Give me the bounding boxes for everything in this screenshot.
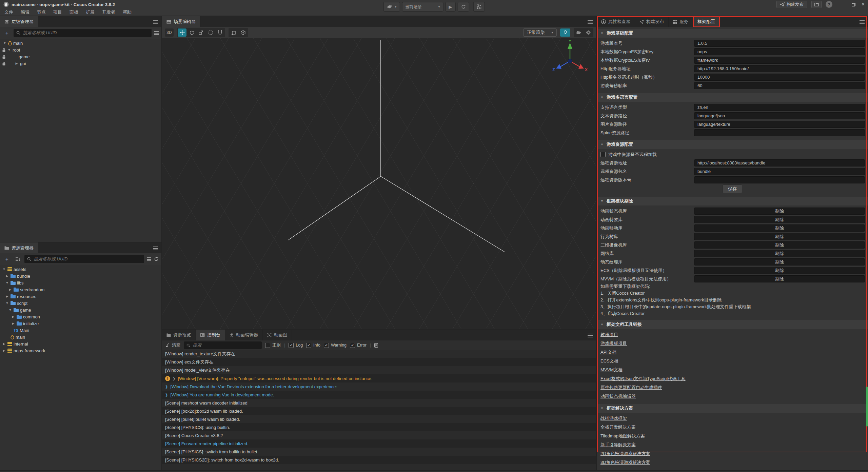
- scene-select-dropdown[interactable]: 当前场景 ▾: [402, 2, 443, 12]
- log-row[interactable]: [Scene] [PHYSICS]: switch from builtin t…: [162, 448, 596, 456]
- add-node-button[interactable]: ＋: [3, 29, 11, 37]
- expand-right-icon[interactable]: ▶: [8, 288, 12, 291]
- tree-node-main[interactable]: ▼ main: [0, 40, 161, 46]
- crypto-iv-input[interactable]: framework: [694, 57, 865, 64]
- clear-console-button[interactable]: 清空: [165, 342, 180, 348]
- expand-right-icon[interactable]: ▶: [11, 315, 15, 318]
- expand-down-icon[interactable]: ▼: [5, 301, 9, 305]
- tab-asset-preview[interactable]: 资源预览: [162, 330, 196, 340]
- section-header[interactable]: ▼游戏多语言配置: [597, 93, 868, 102]
- orientation-gizmo[interactable]: Y X Z: [551, 40, 589, 77]
- expand-right-icon[interactable]: ▶: [2, 349, 6, 352]
- solution-link-2d-rpg[interactable]: 2D角色扮演游戏解决方案: [600, 451, 650, 457]
- menu-node[interactable]: 节点: [33, 9, 50, 15]
- panel-menu-icon[interactable]: [588, 333, 593, 338]
- tree-node-bundle[interactable]: ▶ bundle: [0, 273, 161, 279]
- remote-version-input[interactable]: [694, 176, 865, 183]
- coordinate-toggle-button[interactable]: [239, 28, 248, 37]
- tree-node-libs[interactable]: ▼ libs: [0, 279, 161, 286]
- section-header[interactable]: ▼框架模块剔除: [597, 197, 868, 205]
- filter-error-toggle[interactable]: ✓ Error: [350, 343, 367, 348]
- maximize-button[interactable]: [852, 3, 855, 6]
- tab-framework-config[interactable]: 框架配置: [693, 16, 720, 27]
- text-path-input[interactable]: language/json: [694, 112, 865, 119]
- tree-node-game-folder[interactable]: ▼ game: [0, 307, 161, 313]
- tab-hierarchy[interactable]: 层级管理器: [0, 16, 38, 27]
- log-file-icon[interactable]: [374, 343, 378, 348]
- expand-down-icon[interactable]: ▼: [8, 308, 12, 312]
- collapse-icon[interactable]: ▼: [600, 143, 604, 146]
- tree-node-internal[interactable]: ▶ internal: [0, 340, 161, 347]
- game-version-input[interactable]: 1.0.5: [694, 40, 865, 47]
- tree-node-script[interactable]: ▼ script: [0, 300, 161, 307]
- tab-console[interactable]: 控制台: [196, 330, 225, 340]
- tree-node-game[interactable]: game: [0, 53, 161, 60]
- open-project-folder-button[interactable]: [811, 1, 822, 8]
- texture-path-input[interactable]: language/texture: [694, 121, 865, 128]
- platform-select-button[interactable]: ▾: [383, 2, 400, 12]
- preview-device-button[interactable]: [473, 2, 485, 12]
- tree-node-main-scene[interactable]: main: [0, 334, 161, 340]
- expand-down-icon[interactable]: ▼: [5, 281, 9, 284]
- menu-extension[interactable]: 扩展: [82, 9, 98, 15]
- tree-node-oops-framework[interactable]: ▶ oops-framework: [0, 347, 161, 354]
- collapse-icon[interactable]: ▼: [600, 32, 604, 35]
- tree-node-seedrandom[interactable]: ▶ seedrandom: [0, 286, 161, 293]
- tab-inspector[interactable]: 属性检查器: [597, 16, 635, 27]
- tree-node-main-ts[interactable]: TS Main: [0, 327, 161, 334]
- expand-right-icon[interactable]: ▶: [5, 295, 9, 298]
- menu-panel[interactable]: 面板: [66, 9, 82, 15]
- section-header[interactable]: ▼游戏资源配置: [597, 140, 868, 149]
- log-row-info[interactable]: [Scene] Forward render pipeline initiali…: [162, 439, 596, 448]
- tab-assets[interactable]: 资源管理器: [0, 242, 38, 253]
- solution-link-fullstack[interactable]: 全栈开发解决方案: [600, 424, 636, 430]
- expand-right-icon[interactable]: ▶: [2, 342, 6, 346]
- expand-down-icon[interactable]: ▼: [3, 41, 7, 45]
- rotate-tool-button[interactable]: [187, 28, 196, 37]
- tab-build-publish[interactable]: 构建发布: [635, 16, 669, 27]
- ui-anchor-tool-button[interactable]: [216, 28, 224, 37]
- doc-link-hotupdate-plugin[interactable]: 原生包热更新配置自动生成插件: [600, 385, 662, 391]
- filter-icon[interactable]: [154, 31, 159, 35]
- log-row-info[interactable]: ❯ [Window] Download the Vue Devtools ext…: [162, 382, 596, 391]
- expand-right-icon[interactable]: ❯: [173, 377, 175, 380]
- checkbox-unchecked[interactable]: [265, 343, 270, 348]
- tree-node-resources[interactable]: ▶ resources: [0, 293, 161, 300]
- menu-file[interactable]: 文件: [1, 9, 17, 15]
- minimize-button[interactable]: —: [841, 2, 846, 7]
- trim-effect-button[interactable]: 剔除: [694, 216, 865, 223]
- solution-link-wargame[interactable]: 战棋游戏框架: [600, 415, 627, 421]
- expand-right-icon[interactable]: ▶: [11, 322, 15, 325]
- doc-link-tutorial[interactable]: 教程项目: [600, 332, 618, 338]
- remote-bundle-input[interactable]: bundle: [694, 168, 865, 175]
- trim-move-button[interactable]: 剔除: [694, 224, 865, 232]
- fps-input[interactable]: 60: [694, 82, 865, 89]
- tree-node-common[interactable]: ▶ common: [0, 313, 161, 320]
- collapse-icon[interactable]: ▼: [600, 323, 604, 326]
- section-header[interactable]: ▼框架解决方案: [597, 404, 868, 413]
- mode-3d-button[interactable]: 3D: [165, 28, 174, 37]
- remote-url-input[interactable]: http://localhost:8083/assets/bundle: [694, 159, 865, 166]
- help-button[interactable]: ?: [826, 1, 832, 8]
- crypto-key-input[interactable]: oops: [694, 48, 865, 55]
- tab-animation-editor[interactable]: 动画编辑器: [225, 330, 263, 340]
- pivot-toggle-button[interactable]: [229, 28, 238, 37]
- light-toggle-button[interactable]: [560, 28, 570, 37]
- filter-info-toggle[interactable]: ✓ Info: [306, 343, 320, 348]
- checkbox-checked[interactable]: ✓: [289, 343, 294, 348]
- panel-menu-icon[interactable]: [153, 246, 158, 251]
- play-button[interactable]: ▶: [445, 2, 455, 12]
- scrollbar-thumb[interactable]: [866, 387, 868, 427]
- trim-camera-button[interactable]: 剔除: [694, 241, 865, 249]
- expand-down-icon[interactable]: ▼: [2, 268, 6, 271]
- scene-viewport[interactable]: Y X Z: [162, 38, 596, 329]
- expand-right-icon[interactable]: ❯: [165, 393, 168, 397]
- collapse-icon[interactable]: ▼: [600, 199, 604, 203]
- log-row[interactable]: [Scene] [PHYSICS2D]: switch from box2d-w…: [162, 456, 596, 464]
- trim-dynamic-texture-button[interactable]: 剔除: [694, 258, 865, 266]
- rect-tool-button[interactable]: [206, 28, 215, 37]
- menu-project[interactable]: 项目: [50, 9, 66, 15]
- filter-warning-toggle[interactable]: ✓ Warning: [324, 343, 347, 348]
- save-button[interactable]: 保存: [723, 184, 742, 193]
- panel-menu-icon[interactable]: [153, 20, 158, 25]
